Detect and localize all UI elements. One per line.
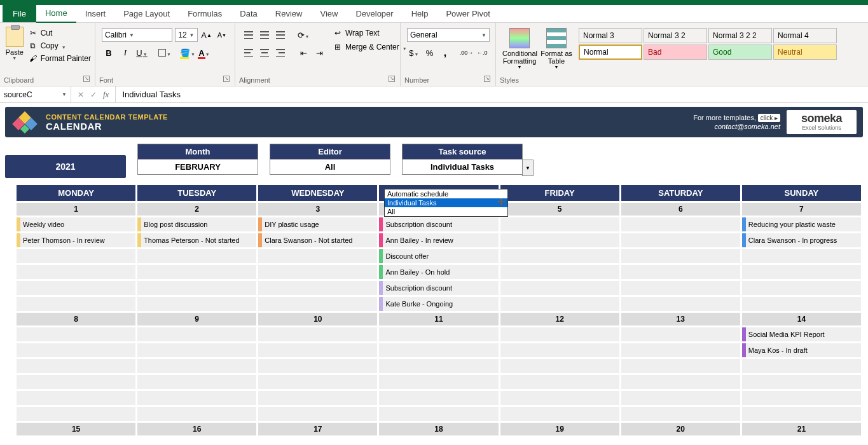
calendar-cell[interactable] [379,391,498,405]
calendar-cell[interactable]: Subscription discount [379,217,498,231]
day-number[interactable]: 21 [742,423,861,435]
format-as-table-button[interactable]: Format as Table▼ [539,28,574,69]
task-item[interactable]: Blog post discussion [137,217,256,231]
calendar-cell[interactable] [17,249,135,263]
enter-icon[interactable]: ✓ [90,90,97,99]
task-item[interactable]: Subscription discount [379,281,498,295]
calendar-cell[interactable]: Clara Swanson - Not started [258,233,377,247]
calendar-cell[interactable] [500,359,619,373]
cell-style-normal-3-2-2[interactable]: Normal 3 2 2 [708,28,772,43]
dropdown-option[interactable]: Individual Tasks [385,198,507,207]
dialog-launcher-icon[interactable]: ↘ [83,76,90,82]
fx-icon[interactable]: fx [103,90,109,100]
calendar-cell[interactable] [258,281,377,295]
calendar-cell[interactable] [137,375,256,389]
menu-data[interactable]: Data [231,5,266,22]
day-number[interactable]: 17 [258,423,377,435]
day-number[interactable]: 2 [137,203,256,216]
menu-developer[interactable]: Developer [347,5,402,22]
day-number[interactable]: 18 [379,423,498,435]
number-format-combo[interactable]: General▼ [407,28,490,42]
task-item[interactable]: Clara Swanson - Not started [258,233,377,247]
calendar-cell[interactable] [17,359,135,373]
calendar-cell[interactable] [379,359,498,373]
calendar-cell[interactable] [258,297,377,311]
calendar-cell[interactable] [258,375,377,389]
day-number[interactable]: 10 [258,313,377,325]
calendar-cell[interactable]: Weekly video [17,217,135,231]
calendar-cell[interactable] [500,391,619,405]
calendar-cell[interactable] [379,343,498,357]
cell-styles-gallery[interactable]: Normal 3Normal 3 2Normal 3 2 2Normal 4No… [579,28,837,60]
paste-button[interactable]: Paste ▼ [4,25,25,60]
editor-value[interactable]: All [270,160,390,175]
name-box[interactable]: sourceC▼ [0,86,71,102]
calendar-cell[interactable] [17,265,135,279]
calendar-cell[interactable] [379,327,498,341]
cancel-icon[interactable]: ✕ [78,90,84,99]
dialog-launcher-icon[interactable]: ↘ [389,76,395,82]
calendar-cell[interactable] [17,327,135,341]
increase-font-icon[interactable]: A▲ [200,28,213,42]
cell-style-neutral[interactable]: Neutral [773,44,837,60]
align-center-icon[interactable] [258,46,272,60]
calendar-cell[interactable] [137,281,256,295]
menu-help[interactable]: Help [403,5,437,22]
align-top-icon[interactable] [242,28,256,42]
border-button[interactable]: ▼ [158,46,172,60]
menu-formulas[interactable]: Formulas [179,5,231,22]
menu-power-pivot[interactable]: Power Pivot [437,5,499,22]
increase-decimal-icon[interactable]: .00→ [460,46,474,60]
day-number[interactable]: 19 [500,423,619,435]
calendar-cell[interactable]: Maya Kos - In draft [742,343,861,357]
year-selector[interactable]: 2021 [5,155,126,178]
calendar-cell[interactable] [500,281,619,295]
calendar-cell[interactable] [621,233,740,247]
calendar-cell[interactable]: Ann Bailey - In review [379,233,498,247]
task-item[interactable]: Peter Thomson - In review [17,233,135,247]
task-item[interactable]: Subscription discount [379,217,498,231]
accounting-icon[interactable]: $▼ [407,46,421,60]
calendar-cell[interactable] [17,343,135,357]
cell-style-normal-4[interactable]: Normal 4 [773,28,837,43]
dialog-launcher-icon[interactable]: ↘ [223,76,230,82]
calendar-cell[interactable] [500,407,619,421]
calendar-cell[interactable] [742,407,861,421]
calendar-cell[interactable] [621,297,740,311]
calendar-cell[interactable]: Subscription discount [379,281,498,295]
decrease-font-icon[interactable]: A▼ [216,28,228,42]
calendar-cell[interactable] [621,249,740,263]
calendar-cell[interactable] [742,391,861,405]
align-right-icon[interactable] [273,46,287,60]
calendar-cell[interactable] [742,265,861,279]
dropdown-option[interactable]: Automatic schedule [385,189,507,198]
cell-style-normal-3-2[interactable]: Normal 3 2 [644,28,707,43]
menu-review[interactable]: Review [266,5,312,22]
calendar-cell[interactable] [17,297,135,311]
day-number[interactable]: 7 [742,203,861,216]
calendar-cell[interactable] [742,297,861,311]
italic-button[interactable]: I [118,46,132,60]
day-number[interactable]: 20 [621,423,740,435]
task-item[interactable]: DIY plastic usage [258,217,377,231]
font-name-combo[interactable]: Calibri▼ [102,28,172,42]
comma-icon[interactable]: , [438,46,452,60]
cut-button[interactable]: ✂Cut [28,28,91,38]
task-source-dropdown[interactable]: Automatic scheduleIndividual TasksAll [384,189,508,217]
cell-style-good[interactable]: Good [708,44,772,60]
task-item[interactable]: Reducing your plastic waste [742,217,861,231]
calendar-cell[interactable] [500,249,619,263]
calendar-cell[interactable] [500,265,619,279]
conditional-formatting-button[interactable]: Conditional Formatting▼ [502,28,537,69]
menu-insert[interactable]: Insert [76,5,115,22]
calendar-cell[interactable] [500,297,619,311]
format-painter-button[interactable]: 🖌Format Painter [28,53,91,64]
calendar-cell[interactable] [137,407,256,421]
calendar-cell[interactable] [500,343,619,357]
day-number[interactable]: 6 [621,203,740,216]
calendar-cell[interactable] [500,375,619,389]
calendar-cell[interactable] [258,359,377,373]
cell-style-normal[interactable]: Normal [579,44,642,60]
calendar-cell[interactable] [137,327,256,341]
menu-page-layout[interactable]: Page Layout [114,5,179,22]
